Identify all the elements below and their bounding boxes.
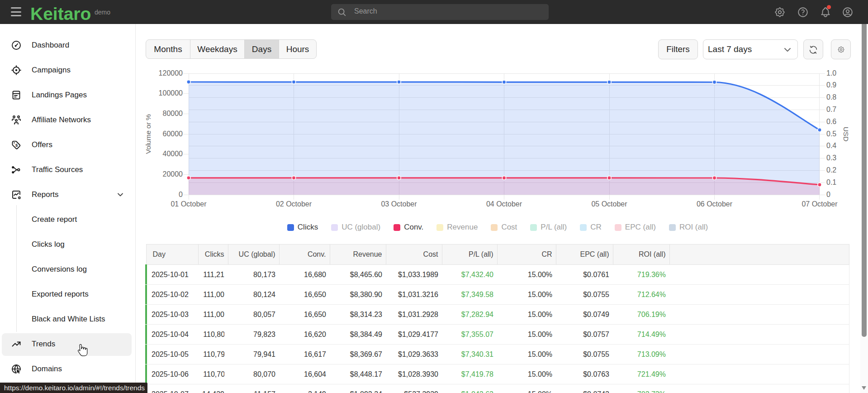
svg-text:0.1: 0.1	[826, 178, 836, 186]
svg-text:1.0: 1.0	[826, 69, 836, 77]
svg-text:0: 0	[179, 191, 183, 198]
svg-text:0.3: 0.3	[826, 154, 836, 162]
svg-text:120000: 120000	[159, 69, 183, 77]
svg-text:04 October: 04 October	[486, 200, 522, 208]
svg-text:USD: USD	[842, 127, 850, 142]
svg-text:0.9: 0.9	[826, 81, 836, 89]
svg-text:$: $	[15, 142, 18, 147]
svg-text:0.2: 0.2	[826, 166, 836, 174]
svg-text:0.5: 0.5	[826, 130, 836, 138]
svg-text:80000: 80000	[163, 110, 183, 117]
svg-text:0.6: 0.6	[826, 118, 836, 125]
svg-text:Volume or %: Volume or %	[144, 114, 152, 154]
svg-text:0.8: 0.8	[826, 93, 836, 101]
svg-text:60000: 60000	[163, 130, 183, 138]
svg-text:100000: 100000	[159, 89, 183, 97]
svg-text:05 October: 05 October	[591, 200, 627, 208]
svg-text:40000: 40000	[163, 150, 183, 158]
svg-text:02 October: 02 October	[276, 200, 312, 208]
svg-text:01 October: 01 October	[171, 200, 207, 208]
svg-text:20000: 20000	[163, 170, 183, 178]
svg-text:06 October: 06 October	[697, 200, 733, 208]
svg-text:0.7: 0.7	[826, 105, 836, 113]
svg-text:07 October: 07 October	[802, 200, 838, 208]
svg-text:0.4: 0.4	[826, 142, 836, 149]
svg-text:03 October: 03 October	[381, 200, 417, 208]
svg-text:0: 0	[826, 191, 830, 198]
